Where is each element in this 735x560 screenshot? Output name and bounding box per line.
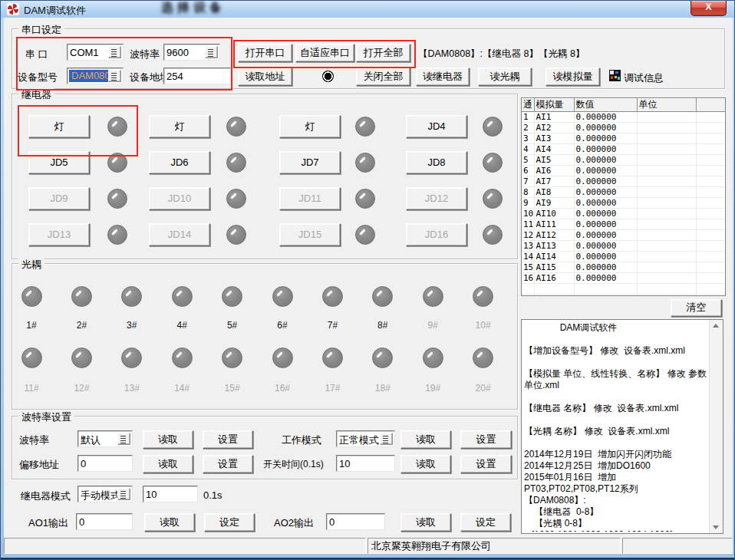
table-cell: AI15: [534, 262, 574, 273]
table-header-cell[interactable]: 单位: [637, 98, 696, 112]
table-cell: 6: [522, 166, 534, 176]
relay-button-5[interactable]: JD5: [28, 151, 90, 174]
table-row[interactable]: 6AI60.000000: [522, 166, 725, 176]
read-analog-button[interactable]: 读模拟量: [545, 68, 600, 86]
relay-button-14[interactable]: JD14: [149, 223, 210, 246]
relay-button-3[interactable]: 灯: [279, 115, 341, 138]
relay-button-15[interactable]: JD15: [279, 223, 341, 246]
table-row[interactable]: 3AI30.000000: [522, 133, 725, 144]
table-cell: 3: [522, 133, 534, 144]
opto-indicator-20: [473, 348, 493, 368]
opto-label-20: 20#: [466, 383, 500, 394]
table-row[interactable]: 16AI160.000000: [522, 273, 725, 284]
relay-button-6[interactable]: JD6: [149, 151, 210, 174]
device-address-input[interactable]: [163, 68, 231, 84]
table-cell: AI13: [534, 241, 574, 252]
table-row[interactable]: 4AI40.000000: [522, 144, 725, 155]
table-row[interactable]: 14AI140.000000: [522, 252, 725, 262]
relay-button-9[interactable]: JD9: [28, 187, 90, 210]
read-relay-button[interactable]: 读继电器: [416, 68, 470, 86]
relay-indicator-4: [483, 117, 503, 137]
table-header-cell[interactable]: 模拟量: [534, 98, 574, 112]
table-row[interactable]: 5AI50.000000: [522, 155, 725, 166]
table-row[interactable]: 10AI100.000000: [522, 209, 725, 219]
relay-button-1[interactable]: 灯: [28, 115, 90, 138]
relay-button-12[interactable]: JD12: [406, 187, 467, 210]
dropdown-icon[interactable]: [380, 433, 393, 445]
scroll-down-icon[interactable]: [710, 521, 723, 533]
baud-read-button[interactable]: 读取: [143, 430, 193, 449]
close-button[interactable]: X: [691, 1, 727, 16]
ao1-input[interactable]: [76, 513, 133, 530]
baud-set-button[interactable]: 设置: [203, 430, 253, 449]
baud-combo[interactable]: 9600: [163, 44, 220, 61]
work-mode-set-button[interactable]: 设置: [460, 430, 512, 449]
opto-label-5: 5#: [216, 320, 249, 331]
switch-time-set-button[interactable]: 设置: [460, 455, 512, 473]
offset-input[interactable]: [77, 455, 133, 472]
debug-info-label[interactable]: 调试信息: [624, 71, 664, 85]
table-row[interactable]: 9AI90.000000: [522, 198, 725, 209]
auto-serial-button[interactable]: 自适应串口: [295, 44, 354, 62]
ao2-input[interactable]: [326, 513, 385, 530]
port-combo[interactable]: COM1: [67, 44, 124, 61]
ao1-read-button[interactable]: 读取: [144, 513, 195, 532]
table-cell: AI6: [534, 166, 574, 176]
work-mode-read-button[interactable]: 读取: [400, 430, 451, 449]
table-row[interactable]: 7AI70.000000: [522, 176, 725, 187]
open-all-button[interactable]: 打开全部: [356, 44, 410, 62]
dropdown-icon[interactable]: [108, 46, 121, 58]
table-cell: [696, 295, 725, 297]
ao1-set-button[interactable]: 设定: [204, 513, 255, 532]
read-address-button[interactable]: 读取地址: [238, 68, 292, 86]
table-row[interactable]: 1AI10.000000: [522, 112, 725, 123]
table-row[interactable]: 15AI150.000000: [522, 262, 725, 273]
table-header-cell[interactable]: [696, 98, 725, 112]
read-opto-button[interactable]: 读光耦: [478, 68, 532, 86]
ao2-read-button[interactable]: 读取: [400, 513, 451, 532]
port-label: 串 口: [25, 48, 48, 61]
table-header-cell[interactable]: 数值: [574, 98, 637, 112]
relay-button-11[interactable]: JD11: [279, 187, 341, 210]
table-header-cell[interactable]: 通: [522, 98, 534, 112]
relay-button-13[interactable]: JD13: [28, 223, 90, 246]
table-row[interactable]: 11AI110.000000: [522, 219, 725, 230]
table-row[interactable]: 2AI20.000000: [522, 123, 725, 133]
relay-time-input[interactable]: [143, 486, 198, 502]
opto-label-11: 11#: [15, 383, 48, 394]
dropdown-icon[interactable]: [117, 488, 130, 500]
dropdown-icon[interactable]: [205, 46, 218, 58]
table-cell: [534, 284, 574, 295]
ao2-set-button[interactable]: 设定: [460, 513, 511, 532]
model-combo[interactable]: DAM0808: [67, 68, 124, 84]
close-all-button[interactable]: 关闭全部: [356, 68, 410, 86]
work-mode-combo[interactable]: 正常模式: [336, 430, 395, 447]
relay-button-4[interactable]: JD4: [406, 115, 467, 138]
switch-time-read-button[interactable]: 读取: [400, 455, 451, 473]
relay-button-10[interactable]: JD10: [149, 187, 210, 210]
relay-indicator-10: [226, 189, 246, 209]
scroll-up-icon[interactable]: [710, 320, 723, 332]
analog-table[interactable]: 通 模拟量 数值 单位 1AI10.0000002AI20.0000003AI3…: [522, 98, 726, 296]
relay-button-7[interactable]: JD7: [279, 151, 341, 174]
offset-read-button[interactable]: 读取: [143, 455, 193, 473]
relay-mode-combo[interactable]: 手动模式: [77, 486, 133, 502]
table-row[interactable]: 12AI120.000000: [522, 230, 725, 241]
open-serial-button[interactable]: 打开串口: [238, 44, 292, 62]
table-row[interactable]: 13AI130.000000: [522, 241, 725, 252]
baud2-combo[interactable]: 默认: [77, 430, 133, 447]
clear-button[interactable]: 清空: [671, 299, 722, 317]
offset-set-button[interactable]: 设置: [203, 455, 253, 473]
dropdown-icon[interactable]: [108, 70, 121, 82]
table-row[interactable]: 8AI80.000000: [522, 187, 725, 198]
relay-button-16[interactable]: JD16: [406, 223, 467, 246]
table-row[interactable]: [522, 284, 725, 295]
table-row[interactable]: [522, 295, 725, 297]
table-cell: [637, 123, 696, 133]
relay-button-2[interactable]: 灯: [149, 115, 210, 138]
switch-time-input[interactable]: [336, 455, 395, 472]
info-scrollbar[interactable]: [709, 320, 723, 533]
relay-button-8[interactable]: JD8: [406, 151, 467, 174]
dropdown-icon[interactable]: [117, 433, 130, 445]
title-bar[interactable]: DAM调试软件 选择设备 X: [1, 1, 734, 18]
